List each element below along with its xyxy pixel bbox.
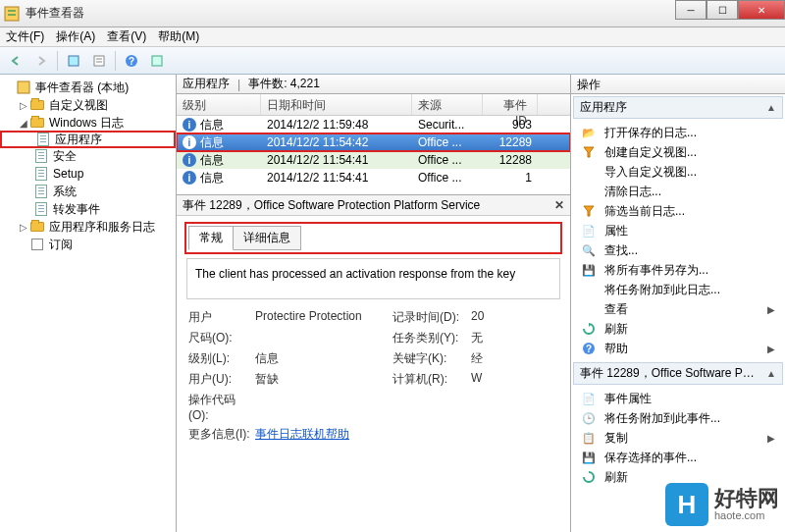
info-icon: i: [183, 153, 196, 167]
action-copy[interactable]: 📋复制▶: [571, 428, 785, 448]
maximize-button[interactable]: ☐: [706, 0, 738, 20]
table-row[interactable]: i信息 2014/12/2 11:54:41 Office ... 12288: [177, 151, 570, 169]
menu-file[interactable]: 文件(F): [6, 28, 44, 45]
forward-button[interactable]: [29, 50, 53, 72]
col-datetime[interactable]: 日期和时间: [261, 94, 412, 115]
tree-setup-label: Setup: [53, 167, 83, 181]
menu-action[interactable]: 操作(A): [56, 28, 95, 45]
minimize-button[interactable]: ─: [675, 0, 706, 20]
clear-icon: [581, 184, 597, 199]
collapse-icon: ▲: [766, 368, 776, 379]
detail-fields: 用户 Protectire Protection 记录时间(D): 20 尺码(…: [188, 309, 562, 443]
watermark-url: haote.com: [714, 509, 779, 521]
action-filter-current-log[interactable]: 筛选当前日志...: [571, 201, 785, 221]
search-icon: 🔍: [581, 242, 597, 258]
info-icon: i: [183, 171, 196, 185]
action-attach-task-log[interactable]: 将任务附加到此日志...: [571, 280, 785, 299]
action-view[interactable]: 查看▶: [571, 299, 785, 319]
tree-custom-views[interactable]: ▷ 自定义视图: [0, 96, 176, 114]
window-title: 事件查看器: [26, 5, 781, 22]
menu-view[interactable]: 查看(V): [107, 28, 146, 45]
action-refresh[interactable]: 刷新: [571, 319, 785, 339]
save-icon: 💾: [581, 450, 597, 465]
svg-rect-9: [152, 56, 162, 66]
tree-services-logs[interactable]: ▷ 应用程序和服务日志: [0, 218, 176, 236]
toolbar-filter-icon[interactable]: [62, 50, 85, 72]
back-button[interactable]: [4, 50, 27, 72]
toolbar-properties-icon[interactable]: [87, 50, 111, 72]
tree-app-label: 应用程序: [55, 132, 102, 148]
tree-root[interactable]: 事件查看器 (本地): [0, 79, 176, 96]
col-source[interactable]: 来源: [412, 94, 483, 115]
description-box[interactable]: The client has processed an activation r…: [186, 258, 560, 299]
table-row[interactable]: i信息 2014/12/2 11:59:48 Securit... 903: [177, 116, 570, 133]
menu-help[interactable]: 帮助(M): [158, 28, 199, 45]
tree-system-label: 系统: [53, 184, 77, 200]
help-icon: ?: [581, 341, 597, 356]
filter-icon: [581, 203, 597, 219]
detail-body: 常规 详细信息 The client has processed an acti…: [177, 216, 570, 532]
tree-security-label: 安全: [53, 148, 77, 165]
action-find[interactable]: 🔍查找...: [571, 240, 785, 260]
toolbar-help-icon[interactable]: ?: [120, 50, 143, 72]
grid-columns: 级别 日期和时间 来源 事件 ID: [177, 94, 570, 116]
table-row[interactable]: i信息 2014/12/2 11:54:42 Office ... 12289: [177, 133, 570, 151]
save-icon: 💾: [581, 262, 597, 278]
tree-root-label: 事件查看器 (本地): [35, 80, 129, 96]
table-row[interactable]: i信息 2014/12/2 11:54:41 Office ... 1: [177, 169, 570, 186]
collapse-icon: ▲: [766, 102, 776, 113]
tree-subs-label: 订阅: [49, 237, 73, 253]
action-create-custom-view[interactable]: 创建自定义视图...: [571, 142, 785, 162]
detail-header: 事件 12289，Office Software Protection Plat…: [177, 194, 570, 216]
tree-winlogs-label: Windows 日志: [49, 115, 124, 132]
task-icon: [581, 282, 597, 297]
tree-forward-label: 转发事件: [53, 201, 100, 218]
tree-custom-label: 自定义视图: [49, 97, 108, 114]
grid-title-left: 应用程序: [183, 76, 230, 92]
actions-panel: 操作 应用程序▲ 📂打开保存的日志... 创建自定义视图... 导入自定义视图.…: [571, 75, 785, 532]
chevron-right-icon: ▶: [767, 304, 775, 315]
tree-panel: 事件查看器 (本地) ▷ 自定义视图 ◢ Windows 日志 应用程序 安全 …: [0, 75, 177, 532]
actions-list-1: 📂打开保存的日志... 创建自定义视图... 导入自定义视图... 清除日志..…: [571, 121, 785, 360]
tree-windows-logs[interactable]: ◢ Windows 日志: [0, 114, 176, 132]
action-event-properties[interactable]: 📄事件属性: [571, 389, 785, 408]
action-help[interactable]: ?帮助▶: [571, 339, 785, 358]
col-level[interactable]: 级别: [177, 94, 261, 115]
import-icon: [581, 164, 597, 180]
tree-forwarded[interactable]: 转发事件: [0, 200, 176, 218]
tab-general[interactable]: 常规: [188, 226, 234, 250]
tree-subscriptions[interactable]: 订阅: [0, 236, 176, 253]
tree-system[interactable]: 系统: [0, 183, 176, 200]
actions-list-2: 📄事件属性 🕒将任务附加到此事件... 📋复制▶ 💾保存选择的事件... 刷新: [571, 387, 785, 489]
watermark-text: 好特网: [714, 488, 779, 509]
tree-security[interactable]: 安全: [0, 147, 176, 165]
action-properties[interactable]: 📄属性: [571, 221, 785, 240]
chevron-right-icon: ▶: [767, 344, 775, 354]
action-clear-log[interactable]: 清除日志...: [571, 182, 785, 201]
chevron-right-icon: ▶: [767, 433, 775, 444]
help-link[interactable]: 事件日志联机帮助: [255, 426, 392, 443]
titlebar: 事件查看器 ─ ☐ ✕: [0, 0, 785, 27]
copy-icon: 📋: [581, 430, 597, 446]
svg-text:?: ?: [586, 344, 592, 354]
action-attach-task-event[interactable]: 🕒将任务附加到此事件...: [571, 408, 785, 428]
action-save-all-events[interactable]: 💾将所有事件另存为...: [571, 260, 785, 280]
action-save-selected[interactable]: 💾保存选择的事件...: [571, 448, 785, 467]
refresh-icon: [581, 469, 597, 485]
col-eventid[interactable]: 事件 ID: [483, 94, 538, 115]
properties-icon: 📄: [581, 223, 597, 239]
grid-body[interactable]: i信息 2014/12/2 11:59:48 Securit... 903 i信…: [177, 116, 570, 194]
detail-close-button[interactable]: ✕: [554, 198, 564, 212]
tree-setup[interactable]: Setup: [0, 165, 176, 183]
toolbar-refresh-icon[interactable]: [145, 50, 169, 72]
tab-details[interactable]: 详细信息: [233, 226, 301, 250]
tree-application[interactable]: 应用程序: [0, 131, 176, 148]
actions-section-event[interactable]: 事件 12289，Office Software Prot...▲: [573, 362, 783, 385]
action-open-saved-log[interactable]: 📂打开保存的日志...: [571, 123, 785, 142]
close-button[interactable]: ✕: [738, 0, 785, 20]
actions-section-app[interactable]: 应用程序▲: [573, 96, 783, 119]
view-icon: [581, 301, 597, 317]
refresh-icon: [581, 321, 597, 337]
action-import-custom-view[interactable]: 导入自定义视图...: [571, 162, 785, 182]
grid-title: 应用程序 | 事件数: 4,221: [177, 75, 570, 94]
